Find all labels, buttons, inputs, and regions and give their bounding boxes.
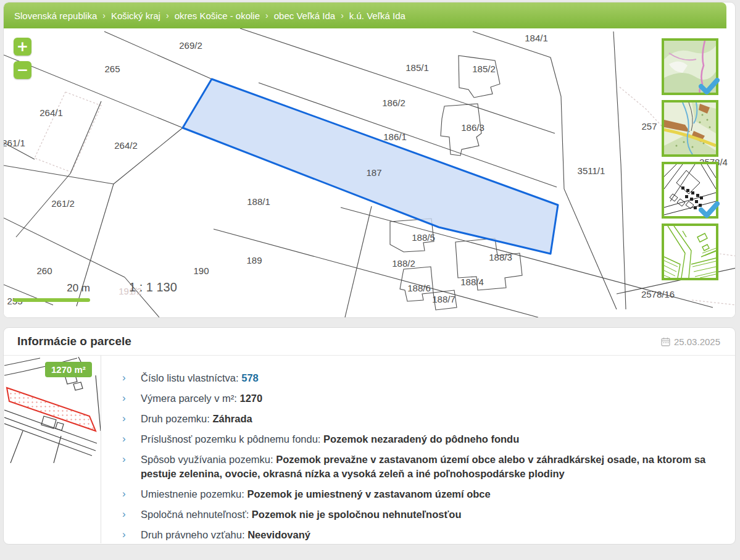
parcel-info-panel: Informácie o parcele 25.03.2025 [3, 327, 736, 545]
layer-thumbnail-cadastral-bw-map[interactable] [662, 162, 718, 219]
parcel-number-label: 261/1 [4, 138, 25, 148]
attribute-label: Príslušnosť pozemku k pôdnemu fondu: [141, 433, 323, 445]
breadcrumb: Slovenská republika›Košický kraj›okres K… [4, 2, 726, 28]
layer-thumbnail-positional-map[interactable] [662, 38, 718, 95]
attribute-value: Záhrada [212, 413, 252, 424]
parcel-attribute-row: ›Spôsob využívania pozemku: Pozemok prev… [118, 453, 723, 481]
parcel-c-map-art [664, 226, 716, 278]
attribute-value: Neevidovaný [247, 529, 310, 540]
parcel-attribute-row: ›Výmera parcely v m²: 1270 [118, 391, 723, 406]
attribute-value: 1270 [239, 393, 262, 404]
parcel-number-label: 188/5 [412, 232, 435, 243]
layer-thumbnail-parcel-c-map[interactable] [662, 224, 718, 280]
parcel-number-label: 185/1 [405, 62, 429, 73]
parcel-attribute-row: ›Príslušnosť pozemku k pôdnemu fondu: Po… [118, 432, 723, 446]
parcel-number-label: 185/2 [472, 64, 496, 74]
parcel-number-label: 264/1 [39, 107, 63, 118]
parcel-number-label: 190 [193, 265, 209, 276]
cadastral-map-svg: 269/2265264/1261/1264/2261/2260255185/11… [4, 28, 736, 317]
panel-divider [101, 356, 101, 543]
parcel-attribute-row: ›Spoločná nehnuteľnosť: Pozemok nie je s… [118, 508, 723, 522]
parcel-info-header: Informácie o parcele 25.03.2025 [4, 328, 735, 356]
chevron-right-icon: › [122, 507, 126, 521]
attribute-label: Spoločná nehnuteľnosť: [141, 509, 252, 520]
parcel-number-label: 187 [366, 167, 381, 178]
parcel-number-label: 188/6 [407, 283, 431, 293]
parcel-number-label: 264/2 [114, 140, 138, 151]
parcel-number-label: 188/3 [489, 252, 512, 262]
breadcrumb-item[interactable]: obec Veľká Ida [274, 10, 335, 21]
attribute-label: Umiestnenie pozemku: [141, 488, 247, 499]
attribute-label: Druh pozemku: [141, 413, 212, 424]
parcel-attributes-list: ›Číslo listu vlastníctva: 578›Výmera par… [118, 371, 723, 548]
parcel-number-label: 2578/16 [641, 289, 675, 299]
attribute-label: Číslo listu vlastníctva: [141, 372, 241, 383]
parcel-number-label: 186/2 [382, 98, 405, 108]
parcel-number-label: 269/2 [179, 40, 202, 51]
breadcrumb-item[interactable]: Košický kraj [111, 10, 160, 21]
scale-bar [13, 298, 90, 302]
chevron-right-icon: › [122, 370, 126, 385]
parcel-number-label: 188/1 [247, 196, 270, 207]
attribute-label: Druh právneho vzťahu: [141, 529, 247, 540]
chevron-right-icon: › [122, 391, 126, 405]
ownership-deed-link[interactable]: 578 [241, 372, 259, 383]
breadcrumb-separator: › [102, 10, 106, 20]
parcel-attribute-row: ›Druh pozemku: Záhrada [118, 412, 723, 426]
breadcrumb-separator: › [341, 10, 344, 20]
parcel-number-label: 188/7 [432, 294, 455, 304]
calendar-icon [661, 337, 670, 346]
parcel-number-label: 186/1 [383, 132, 407, 142]
breadcrumb-separator: › [166, 10, 169, 20]
breadcrumb-item[interactable]: k.ú. Veľká Ida [349, 10, 405, 21]
chevron-right-icon: › [122, 527, 126, 541]
zoom-out-button[interactable]: − [14, 61, 31, 79]
zoom-in-button[interactable]: + [14, 38, 31, 56]
map-panel: Slovenská republika›Košický kraj›okres K… [3, 2, 736, 318]
parcel-number-label: 3511/1 [578, 165, 605, 176]
attribute-label: Výmera parcely v m²: [141, 393, 239, 404]
parcel-number-label: 186/3 [461, 122, 484, 133]
attribute-value: Pozemok nezaradený do pôdneho fondu [323, 433, 519, 445]
layer-selected-check-icon [699, 201, 720, 219]
chevron-right-icon: › [122, 452, 126, 466]
highlighted-parcel-187[interactable] [183, 79, 558, 254]
info-date: 25.03.2025 [661, 336, 720, 347]
topographic-map-art [664, 102, 716, 154]
map-scale-ratio: 1 : 1 130 [129, 280, 177, 295]
parcel-attribute-row: ›Umiestnenie pozemku: Pozemok je umiestn… [118, 487, 723, 501]
parcel-number-label: 184/1 [525, 33, 548, 43]
attribute-value: Pozemok je umiestnený v zastavanom území… [247, 488, 490, 499]
attribute-label: Spôsob využívania pozemku: [141, 454, 276, 465]
parcel-number-label: 188/4 [460, 277, 484, 287]
breadcrumb-item[interactable]: okres Košice - okolie [175, 10, 260, 21]
breadcrumb-item[interactable]: Slovenská republika [14, 10, 97, 21]
parcel-number-label: 189 [246, 255, 262, 265]
parcel-number-label: 260 [36, 265, 52, 276]
parcel-attribute-row: ›Druh právneho vzťahu: Neevidovaný [118, 528, 723, 542]
attribute-value: Pozemok nie je spoločnou nehnuteľnosťou [252, 509, 462, 520]
parcel-attribute-row: ›Číslo listu vlastníctva: 578 [118, 371, 723, 385]
layer-thumbnail-topographic-map[interactable] [662, 100, 718, 157]
breadcrumb-separator: › [265, 10, 268, 20]
cadastral-map[interactable]: 269/2265264/1261/1264/2261/2260255185/11… [4, 28, 735, 317]
parcel-number-label: 257 [641, 121, 657, 132]
info-date-text: 25.03.2025 [674, 336, 720, 347]
parcel-number-label: 188/2 [392, 258, 415, 269]
chevron-right-icon: › [122, 432, 126, 446]
scale-bar-label: 20 m [13, 282, 90, 295]
parcel-area-badge: 1270 m² [45, 362, 92, 377]
chevron-right-icon: › [122, 487, 126, 501]
chevron-right-icon: › [122, 411, 126, 425]
layer-selected-check-icon [699, 78, 720, 95]
parcel-number-label: 261/2 [51, 198, 75, 209]
panel-title: Informácie o parcele [17, 335, 131, 348]
parcel-number-label: 265 [104, 64, 120, 74]
